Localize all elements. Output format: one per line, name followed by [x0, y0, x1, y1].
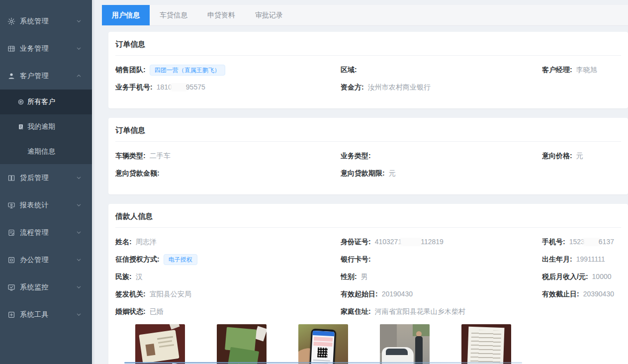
field-姓名: 姓名:周志洋: [115, 238, 341, 247]
book-icon: [7, 174, 15, 182]
field-value: 19911111: [576, 255, 605, 263]
field-婚姻状态: 婚姻状态:已婚: [115, 307, 341, 316]
field-value: 宜阳县公安局: [150, 290, 191, 298]
monitor-icon: [7, 201, 15, 209]
field-label: 出生年月:: [542, 255, 572, 263]
monitor-check-icon: [7, 283, 15, 291]
field-label: 家庭住址:: [341, 307, 371, 315]
redacted-blur: [402, 238, 421, 245]
field-label: 银行卡号:: [341, 255, 371, 263]
field-手机号: 手机号:15236137: [542, 238, 621, 247]
field-value: 汝州市农村商业银行: [368, 83, 431, 91]
field-tag[interactable]: 四团一营（直属王鹏飞）: [150, 65, 225, 76]
sidebar-item-贷后管理[interactable]: 贷后管理: [0, 164, 92, 191]
sidebar-item-label: 系统监控: [20, 283, 76, 292]
field-value: 汉: [136, 273, 143, 280]
car-person-photo[interactable]: 人车合影: [380, 324, 430, 364]
sidebar-subitem-逾期信息[interactable]: 逾期信息: [0, 139, 92, 164]
section-card-0: 订单信息销售团队:四团一营（直属王鹏飞）区域:客户经理:李晓旭业务手机号:181…: [108, 32, 628, 108]
field-征信授权方式: 征信授权方式:电子授权: [115, 254, 341, 265]
user-icon: [7, 72, 15, 80]
handwritten-doc-photo[interactable]: 补充材料: [461, 324, 511, 364]
field-row: 征信授权方式:电子授权银行卡号:出生年月:19911111: [115, 254, 621, 265]
field-银行卡号: 银行卡号:: [341, 255, 542, 264]
field-车辆类型: 车辆类型:二手车: [115, 152, 341, 161]
field-label: 姓名:: [115, 238, 132, 246]
sidebar-item-系统监控[interactable]: 系统监控: [0, 273, 92, 301]
field-label: 资金方:: [341, 83, 364, 91]
field-label: 身份证号:: [341, 238, 371, 246]
tab-申贷资料[interactable]: 申贷资料: [197, 5, 245, 25]
sidebar-subitem-label: 逾期信息: [27, 147, 55, 156]
field-value: 181095575: [157, 83, 205, 91]
tab-车贷信息[interactable]: 车贷信息: [150, 5, 197, 25]
field-label: 业务手机号:: [115, 83, 153, 91]
field-value: 4103271112819: [375, 238, 444, 246]
field-label: 区域:: [341, 66, 357, 74]
chevron-down-icon: [76, 46, 82, 52]
field-label: 性别:: [341, 273, 357, 280]
overdue-doc-icon: [17, 123, 24, 131]
sidebar-item-系统工具[interactable]: 系统工具: [0, 301, 92, 328]
sidebar-subitem-我的逾期[interactable]: 我的逾期: [0, 114, 92, 139]
detail-cards: 订单信息销售团队:四团一营（直属王鹏飞）区域:客户经理:李晓旭业务手机号:181…: [102, 26, 628, 364]
bottom-scroll-indicator[interactable]: [124, 362, 522, 364]
section-title: 订单信息: [115, 126, 621, 142]
section-card-2: 借款人信息姓名:周志洋身份证号:4103271112819手机号:1523613…: [108, 204, 628, 364]
sidebar-item-业务管理[interactable]: 业务管理: [0, 35, 92, 62]
field-label: 意向贷款金额:: [115, 169, 160, 177]
field-签发机关: 签发机关:宜阳县公安局: [115, 290, 341, 299]
field-value: 李晓旭: [576, 66, 597, 74]
field-row: 业务手机号:181095575资金方:汝州市农村商业银行: [115, 82, 621, 93]
tools-icon: [7, 310, 15, 319]
field-有效截止日: 有效截止日:20390430: [542, 290, 621, 299]
id-card-photo[interactable]: 人像面: [135, 324, 185, 364]
sidebar-menu: 系统管理业务管理客户管理所有客户我的逾期逾期信息贷后管理报表统计流程管理办公管理…: [0, 0, 92, 328]
field-value: 20390430: [583, 290, 614, 298]
field-value: 已婚: [150, 307, 164, 315]
green-booklet-photo[interactable]: 证件翻拍件: [217, 324, 267, 364]
field-label: 意向价格:: [542, 152, 572, 160]
tab-用户信息[interactable]: 用户信息: [102, 5, 150, 25]
field-value: 20190430: [382, 290, 413, 298]
field-value: 周志洋: [136, 238, 157, 246]
field-tag[interactable]: 电子授权: [164, 254, 197, 265]
field-性别: 性别:男: [341, 273, 542, 281]
field-label: 销售团队:: [115, 66, 146, 74]
field-有效起始日: 有效起始日:20190430: [341, 290, 542, 299]
field-label: 车辆类型:: [115, 152, 146, 160]
sidebar-item-客户管理[interactable]: 客户管理: [0, 62, 92, 90]
field-业务手机号: 业务手机号:181095575: [115, 83, 341, 92]
field-出生年月: 出生年月:19911111: [542, 255, 621, 264]
field-label: 民族:: [115, 273, 132, 280]
sidebar-item-流程管理[interactable]: 流程管理: [0, 219, 92, 246]
gear-icon: [7, 17, 15, 25]
field-销售团队: 销售团队:四团一营（直属王鹏飞）: [115, 65, 341, 76]
field-意向价格: 意向价格:元: [542, 152, 621, 161]
chevron-up-icon: [76, 73, 82, 79]
field-value: 15236137: [569, 238, 614, 246]
phone-qr-photo[interactable]: 授权证明: [298, 324, 348, 364]
sidebar-item-报表统计[interactable]: 报表统计: [0, 191, 92, 219]
section-card-1: 订单信息车辆类型:二手车业务类型:意向价格:元意向贷款金额:意向贷款期限:元: [108, 118, 628, 194]
chevron-down-icon: [76, 175, 82, 181]
section-title: 订单信息: [115, 40, 621, 56]
main-content: 用户信息车贷信息申贷资料审批记录 订单信息销售团队:四团一营（直属王鹏飞）区域:…: [92, 0, 628, 364]
flow-icon: [7, 228, 15, 237]
chevron-down-icon: [76, 202, 82, 208]
field-身份证号: 身份证号:4103271112819: [341, 238, 542, 247]
sidebar-subitem-所有客户[interactable]: 所有客户: [0, 90, 92, 114]
sidebar-item-label: 系统管理: [20, 17, 76, 26]
field-业务类型: 业务类型:: [341, 152, 542, 161]
sidebar-item-办公管理[interactable]: 办公管理: [0, 246, 92, 273]
tab-bar: 用户信息车贷信息申贷资料审批记录: [102, 5, 628, 26]
field-家庭住址: 家庭住址:河南省宜阳县花果山乡木柴村: [341, 307, 542, 316]
grid-icon: [7, 44, 15, 53]
chevron-down-icon: [76, 257, 82, 263]
field-label: 意向贷款期限:: [341, 169, 385, 177]
tab-审批记录[interactable]: 审批记录: [245, 5, 293, 25]
field-区域: 区域:: [341, 66, 542, 75]
sidebar-subitem-label: 我的逾期: [27, 122, 55, 131]
sidebar-item-系统管理[interactable]: 系统管理: [0, 7, 92, 35]
field-value: 元: [389, 169, 396, 177]
